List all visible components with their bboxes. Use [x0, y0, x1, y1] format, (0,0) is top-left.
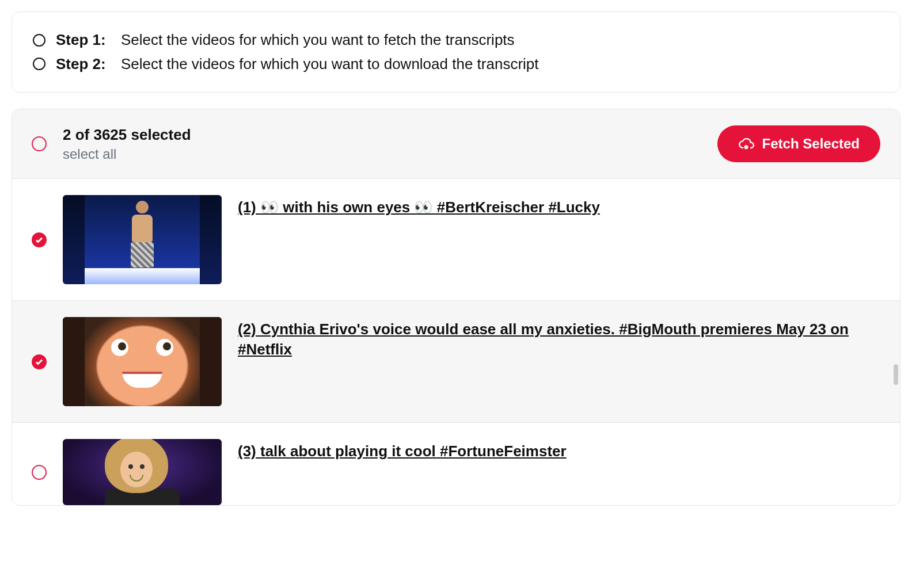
step-2-label: Step 2: — [56, 52, 111, 77]
video-index: (1) — [238, 198, 260, 216]
select-all-checkbox[interactable] — [32, 136, 47, 151]
video-title-text: 👀 with his own eyes 👀 #BertKreischer #Lu… — [260, 198, 600, 216]
video-thumbnail[interactable] — [63, 195, 222, 284]
step-2-desc: Select the videos for which you want to … — [121, 52, 539, 77]
step-2-row: Step 2: Select the videos for which you … — [33, 52, 879, 77]
video-list-card: 2 of 3625 selected select all Fetch Sele… — [12, 109, 900, 506]
video-checkbox[interactable] — [32, 465, 47, 480]
video-checkbox[interactable] — [32, 232, 47, 247]
step-bullet-icon — [33, 34, 45, 47]
video-title-link[interactable]: (2) Cynthia Erivo's voice would ease all… — [238, 320, 849, 358]
video-title-text: talk about playing it cool #FortuneFeims… — [260, 442, 567, 460]
selection-count: 2 of 3625 selected — [63, 126, 701, 144]
selection-summary: 2 of 3625 selected select all — [63, 126, 701, 162]
video-thumbnail[interactable] — [63, 439, 222, 505]
fetch-selected-button[interactable]: Fetch Selected — [717, 125, 880, 162]
video-row[interactable]: (2) Cynthia Erivo's voice would ease all… — [12, 301, 900, 423]
step-bullet-icon — [33, 58, 45, 70]
checkmark-icon — [35, 235, 44, 245]
video-row[interactable]: (3) talk about playing it cool #FortuneF… — [12, 423, 900, 505]
video-title-link[interactable]: (3) talk about playing it cool #FortuneF… — [238, 442, 567, 460]
video-info: (2) Cynthia Erivo's voice would ease all… — [238, 317, 880, 360]
video-info: (3) talk about playing it cool #FortuneF… — [238, 439, 880, 461]
list-header: 2 of 3625 selected select all Fetch Sele… — [12, 109, 900, 179]
video-checkbox[interactable] — [32, 354, 47, 369]
checkmark-icon — [35, 357, 44, 366]
video-row[interactable]: (1) 👀 with his own eyes 👀 #BertKreischer… — [12, 179, 900, 301]
video-index: (3) — [238, 442, 260, 460]
video-list-body: (1) 👀 with his own eyes 👀 #BertKreischer… — [12, 179, 900, 505]
steps-card: Step 1: Select the videos for which you … — [12, 12, 900, 93]
video-info: (1) 👀 with his own eyes 👀 #BertKreischer… — [238, 195, 880, 217]
select-all-link[interactable]: select all — [63, 146, 701, 162]
cloud-download-icon — [738, 136, 754, 152]
scrollbar-thumb[interactable] — [894, 364, 898, 385]
video-index: (2) — [238, 320, 260, 338]
step-1-label: Step 1: — [56, 28, 111, 52]
video-title-text: Cynthia Erivo's voice would ease all my … — [238, 320, 849, 358]
step-1-row: Step 1: Select the videos for which you … — [33, 28, 879, 52]
video-thumbnail[interactable] — [63, 317, 222, 406]
step-1-desc: Select the videos for which you want to … — [121, 28, 515, 52]
fetch-button-label: Fetch Selected — [762, 136, 860, 152]
video-title-link[interactable]: (1) 👀 with his own eyes 👀 #BertKreischer… — [238, 198, 600, 216]
